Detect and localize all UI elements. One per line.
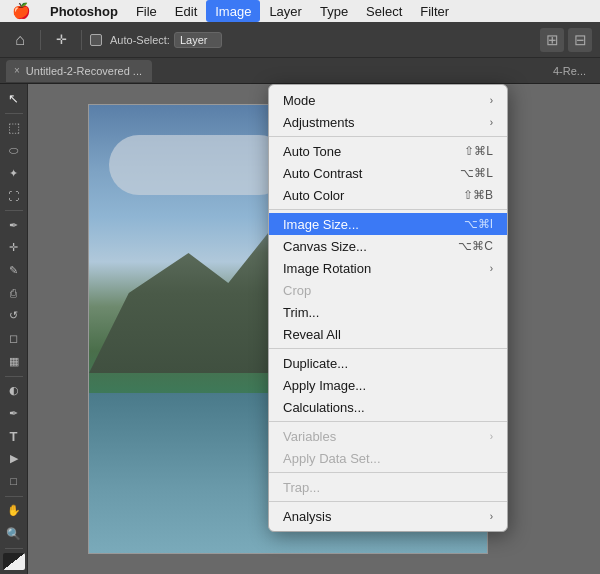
toolbar-icon-2[interactable]: ⊟ <box>568 28 592 52</box>
menu-divider-6 <box>269 501 507 502</box>
menu-edit[interactable]: Edit <box>166 0 206 22</box>
toolbar-sep-2 <box>81 30 82 50</box>
menu-item-variables: Variables › <box>269 425 507 447</box>
menu-divider-5 <box>269 472 507 473</box>
menu-item-image-size-label: Image Size... <box>283 217 359 232</box>
menu-divider-2 <box>269 209 507 210</box>
menu-item-adjustments[interactable]: Adjustments › <box>269 111 507 133</box>
menu-item-calculations[interactable]: Calculations... <box>269 396 507 418</box>
menu-item-auto-color[interactable]: Auto Color ⇧⌘B <box>269 184 507 206</box>
tab-close-icon[interactable]: × <box>14 65 20 76</box>
menu-item-auto-contrast-label: Auto Contrast <box>283 166 363 181</box>
menu-item-reveal-all[interactable]: Reveal All <box>269 323 507 345</box>
menu-image[interactable]: Image <box>206 0 260 22</box>
main-area: ↖ ⬚ ⬭ ✦ ⛶ ✒ ✛ ✎ ⎙ ↺ ◻ ▦ ◐ ✒ T ▶ □ ✋ 🔍 <box>0 84 600 574</box>
menu-item-mode[interactable]: Mode › <box>269 89 507 111</box>
menu-item-trap-label: Trap... <box>283 480 320 495</box>
menu-divider-1 <box>269 136 507 137</box>
menu-item-analysis[interactable]: Analysis › <box>269 505 507 527</box>
menu-item-duplicate-label: Duplicate... <box>283 356 348 371</box>
apple-logo-icon[interactable]: 🍎 <box>8 2 41 20</box>
menu-layer[interactable]: Layer <box>260 0 311 22</box>
menu-select[interactable]: Select <box>357 0 411 22</box>
menu-item-auto-tone-shortcut: ⇧⌘L <box>464 144 493 158</box>
toolbar-sep-1 <box>40 30 41 50</box>
menu-item-image-size-shortcut: ⌥⌘I <box>464 217 493 231</box>
menu-item-image-size[interactable]: Image Size... ⌥⌘I <box>269 213 507 235</box>
menu-item-adjustments-arrow: › <box>490 117 493 128</box>
menu-item-variables-label: Variables <box>283 429 336 444</box>
toolbar: ⌂ ✛ Auto-Select: Layer ⊞ ⊟ <box>0 22 600 58</box>
menu-divider-4 <box>269 421 507 422</box>
menu-item-auto-contrast-shortcut: ⌥⌘L <box>460 166 493 180</box>
dropdown-overlay: Mode › Adjustments › Auto Tone ⇧⌘L Auto … <box>0 84 600 574</box>
menu-item-mode-arrow: › <box>490 95 493 106</box>
image-menu: Mode › Adjustments › Auto Tone ⇧⌘L Auto … <box>268 84 508 532</box>
menu-item-apply-data-set: Apply Data Set... <box>269 447 507 469</box>
menu-item-auto-tone[interactable]: Auto Tone ⇧⌘L <box>269 140 507 162</box>
menu-item-auto-color-label: Auto Color <box>283 188 344 203</box>
auto-select-label: Auto-Select: <box>110 34 170 46</box>
menu-item-adjustments-label: Adjustments <box>283 115 355 130</box>
toolbar-icon-1[interactable]: ⊞ <box>540 28 564 52</box>
menu-item-calculations-label: Calculations... <box>283 400 365 415</box>
menu-item-image-rotation-label: Image Rotation <box>283 261 371 276</box>
menu-filter[interactable]: Filter <box>411 0 458 22</box>
menu-item-image-rotation[interactable]: Image Rotation › <box>269 257 507 279</box>
menu-file[interactable]: File <box>127 0 166 22</box>
menu-item-apply-image[interactable]: Apply Image... <box>269 374 507 396</box>
menu-item-auto-color-shortcut: ⇧⌘B <box>463 188 493 202</box>
menu-item-trim-label: Trim... <box>283 305 319 320</box>
menu-item-crop-label: Crop <box>283 283 311 298</box>
menu-item-analysis-arrow: › <box>490 511 493 522</box>
menu-item-canvas-size-shortcut: ⌥⌘C <box>458 239 493 253</box>
menu-item-analysis-label: Analysis <box>283 509 331 524</box>
menu-item-canvas-size-label: Canvas Size... <box>283 239 367 254</box>
app-name[interactable]: Photoshop <box>41 0 127 22</box>
menu-item-reveal-all-label: Reveal All <box>283 327 341 342</box>
menu-item-variables-arrow: › <box>490 431 493 442</box>
menu-item-auto-contrast[interactable]: Auto Contrast ⌥⌘L <box>269 162 507 184</box>
home-icon[interactable]: ⌂ <box>8 28 32 52</box>
menu-item-apply-data-set-label: Apply Data Set... <box>283 451 381 466</box>
menu-item-duplicate[interactable]: Duplicate... <box>269 352 507 374</box>
menu-bar: 🍎 Photoshop File Edit Image Layer Type S… <box>0 0 600 22</box>
menu-item-canvas-size[interactable]: Canvas Size... ⌥⌘C <box>269 235 507 257</box>
menu-divider-3 <box>269 348 507 349</box>
document-tab[interactable]: × Untitled-2-Recovered ... <box>6 60 152 82</box>
move-tool-icon[interactable]: ✛ <box>49 28 73 52</box>
menu-item-image-rotation-arrow: › <box>490 263 493 274</box>
tab-name: Untitled-2-Recovered ... <box>26 65 142 77</box>
menu-item-mode-label: Mode <box>283 93 316 108</box>
secondary-tab-label: 4-Re... <box>553 65 586 77</box>
menu-item-auto-tone-label: Auto Tone <box>283 144 341 159</box>
menu-item-crop: Crop <box>269 279 507 301</box>
layer-dropdown[interactable]: Layer <box>174 32 223 48</box>
auto-select-checkbox[interactable] <box>90 34 102 46</box>
menu-item-apply-image-label: Apply Image... <box>283 378 366 393</box>
menu-item-trap: Trap... <box>269 476 507 498</box>
menu-type[interactable]: Type <box>311 0 357 22</box>
tab-bar: × Untitled-2-Recovered ... 4-Re... <box>0 58 600 84</box>
menu-item-trim[interactable]: Trim... <box>269 301 507 323</box>
